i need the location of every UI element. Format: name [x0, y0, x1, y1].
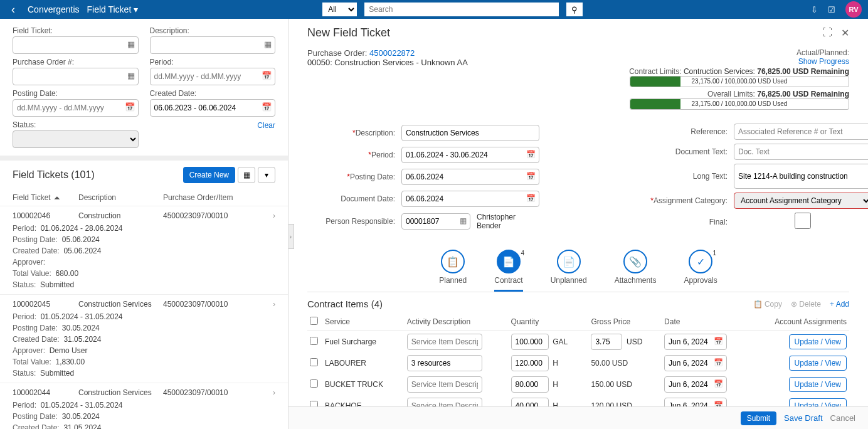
qty-input[interactable]: [511, 376, 549, 393]
activity-input[interactable]: [407, 355, 482, 371]
final-checkbox[interactable]: [734, 213, 868, 229]
actual-planned-label: Actual/Planned:: [797, 48, 849, 57]
filter-posting-label: Posting Date:: [13, 89, 139, 98]
contract-limit-bar: 23,175.00 / 100,000.00 USD Used: [630, 76, 849, 87]
filter-period-label: Period:: [150, 58, 276, 66]
add-button[interactable]: + Add: [830, 300, 849, 309]
user-avatar[interactable]: RV: [845, 1, 862, 18]
filter-po-label: Purchase Order #:: [13, 58, 139, 66]
expand-handle[interactable]: ›: [288, 224, 294, 249]
cancel-button[interactable]: Cancel: [830, 413, 855, 423]
select-all-checkbox[interactable]: [310, 317, 318, 325]
period-label: Period:: [307, 151, 395, 159]
filter-period-input[interactable]: [150, 68, 276, 85]
calendar-icon: 📅: [526, 172, 536, 181]
row-checkbox[interactable]: [310, 337, 318, 345]
period-input[interactable]: [401, 147, 539, 163]
description-input[interactable]: [401, 125, 539, 141]
filter-icon[interactable]: ⏶: [53, 193, 61, 202]
sort-button[interactable]: ▾: [258, 167, 275, 183]
ticket-row[interactable]: 100002045Construction Services4500023097…: [0, 295, 288, 383]
filter-status-label: Status:: [13, 120, 139, 129]
gross-input[interactable]: [591, 334, 622, 350]
update-view-button[interactable]: Update / View: [789, 334, 847, 349]
filter-field-ticket-label: Field Ticket:: [13, 26, 139, 35]
table-row: BUCKET TRUCK H 150.00 USD 📅 Update / Vie…: [307, 374, 849, 395]
filter-created-input[interactable]: [150, 99, 276, 117]
assignment-category-select[interactable]: Account Assignment Category: [734, 193, 868, 209]
download-icon[interactable]: ⇩: [811, 5, 818, 14]
chevron-right-icon: ›: [273, 300, 275, 309]
ticket-row[interactable]: 100002044Construction Services4500023097…: [0, 383, 288, 429]
tab-planned[interactable]: 📋Planned: [439, 250, 467, 292]
posting-date-input[interactable]: [401, 169, 539, 185]
reference-label: Reference:: [640, 127, 728, 136]
close-icon[interactable]: ✕: [841, 27, 849, 39]
document-date-input[interactable]: [401, 191, 539, 207]
page-title-dropdown[interactable]: Field Ticket ▾: [87, 4, 139, 14]
valuehelp-icon: ▦: [460, 216, 467, 225]
tab-approvals[interactable]: ✓1Approvals: [684, 250, 717, 292]
filter-posting-input[interactable]: [13, 99, 139, 117]
list-column-header: Field Ticket ⏶ Description Purchase Orde…: [0, 189, 288, 206]
person-name: Christopher Bender: [477, 213, 539, 230]
po-link[interactable]: 4500022872: [369, 48, 415, 58]
document-text-label: Document Text:: [640, 147, 728, 156]
copy-button[interactable]: 📋 Copy: [753, 300, 782, 309]
calendar-icon: 📅: [714, 358, 723, 367]
filter-description-input[interactable]: [150, 36, 276, 54]
table-row: LABOURER H 50.00 USD 📅 Update / View: [307, 352, 849, 374]
final-label: Final:: [640, 218, 728, 226]
filter-field-ticket-input[interactable]: [13, 36, 139, 54]
row-checkbox[interactable]: [310, 379, 318, 388]
qty-input[interactable]: [511, 355, 549, 371]
columns-button[interactable]: ▦: [238, 167, 255, 183]
chevron-right-icon: ›: [273, 211, 275, 220]
update-view-button[interactable]: Update / View: [789, 356, 847, 371]
tab-attachments[interactable]: 📎Attachments: [615, 250, 657, 292]
show-progress-link[interactable]: Show Progress: [798, 57, 849, 66]
service-name: LABOURER: [322, 352, 405, 374]
tab-contract[interactable]: 📄4Contract: [494, 250, 522, 292]
filter-description-label: Description:: [150, 26, 276, 35]
long-text-input[interactable]: [734, 164, 868, 189]
calendar-icon: 📅: [526, 194, 536, 203]
qty-input[interactable]: [511, 334, 549, 350]
search-button[interactable]: ⚲: [566, 3, 583, 16]
po-subtext: 00050: Construction Services - Unknown A…: [307, 58, 468, 67]
row-checkbox[interactable]: [310, 358, 318, 366]
activity-input[interactable]: [407, 334, 482, 350]
table-row: Fuel Surcharge GAL USD 📅 Update / View: [307, 331, 849, 353]
document-text-input[interactable]: [734, 144, 868, 160]
posting-date-label: Posting Date:: [307, 172, 395, 181]
chevron-right-icon: ›: [273, 388, 275, 397]
save-draft-button[interactable]: Save Draft: [784, 413, 822, 423]
calendar-icon: 📅: [714, 379, 723, 388]
clear-link[interactable]: Clear: [257, 121, 275, 130]
reference-input[interactable]: [734, 124, 868, 140]
chevron-down-icon: ▾: [134, 4, 138, 14]
calendar-icon: 📅: [526, 150, 536, 159]
left-panel: Field Ticket:▦ Description:▦ Purchase Or…: [0, 19, 288, 429]
delete-button[interactable]: ⊗ Delete: [791, 300, 821, 309]
items-title: Contract Items (4): [307, 299, 383, 309]
document-date-label: Document Date:: [307, 194, 395, 203]
search-scope-select[interactable]: All: [322, 3, 357, 16]
update-view-button[interactable]: Update / View: [789, 377, 847, 392]
submit-button[interactable]: Submit: [741, 411, 776, 425]
ticket-row[interactable]: 100002046Construction4500023097/00010› P…: [0, 206, 288, 295]
create-new-button[interactable]: Create New: [183, 167, 235, 183]
bell-icon[interactable]: ☑: [828, 5, 835, 14]
filter-status-select[interactable]: [13, 130, 139, 148]
back-icon[interactable]: ‹: [6, 3, 20, 16]
fullscreen-icon[interactable]: ⛶: [822, 27, 832, 39]
activity-input[interactable]: [407, 376, 482, 393]
calendar-icon: 📅: [714, 337, 723, 346]
list-title: Field Tickets (101): [13, 169, 95, 181]
page-icon: 📄: [563, 256, 575, 268]
search-input[interactable]: [364, 3, 559, 16]
filter-po-input[interactable]: [13, 68, 139, 85]
footer: Submit Save Draft Cancel: [288, 406, 868, 429]
tab-unplanned[interactable]: 📄Unplanned: [551, 250, 587, 292]
paperclip-icon: 📎: [629, 256, 642, 268]
